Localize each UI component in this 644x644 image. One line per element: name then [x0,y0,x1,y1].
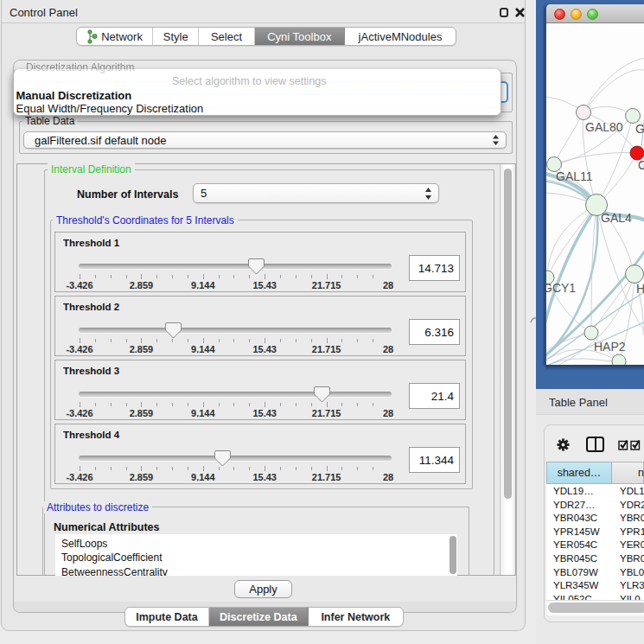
svg-text:C: C [638,158,644,172]
svg-text:GAL4: GAL4 [601,211,632,225]
svg-text:HAP2: HAP2 [594,340,626,354]
svg-text:H: H [636,282,644,296]
svg-text:GAL80: GAL80 [585,120,623,134]
svg-text:GAL11: GAL11 [556,169,593,183]
svg-text:GCY1: GCY1 [546,281,576,295]
svg-text:GA: GA [635,122,644,136]
